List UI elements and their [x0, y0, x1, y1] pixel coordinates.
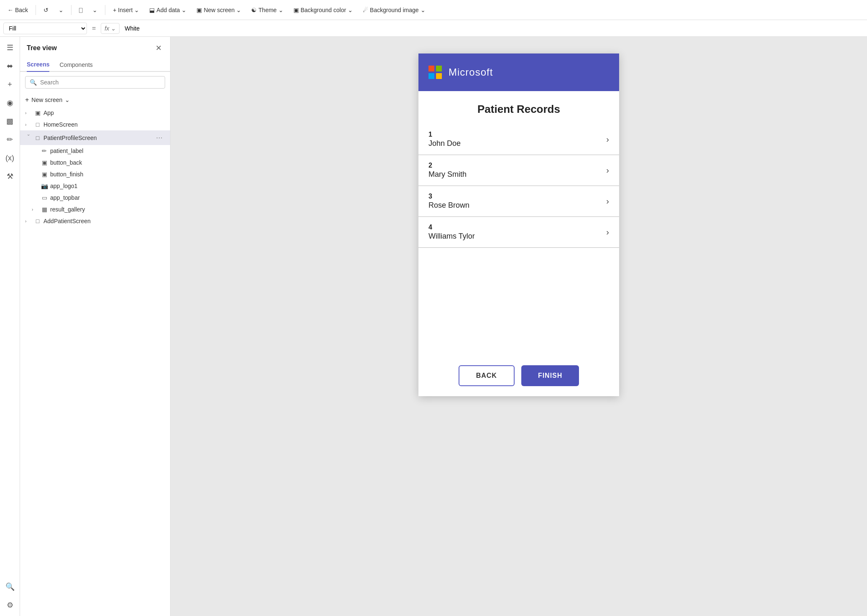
new-screen-tree-button[interactable]: + New screen ⌄ — [20, 93, 170, 107]
result-gallery-label: result_gallery — [50, 206, 165, 213]
patient-chevron-4: › — [606, 227, 609, 237]
patient-item-2[interactable]: 2 Mary Smith › — [418, 155, 619, 186]
layers-button[interactable]: ⬌ — [3, 59, 18, 74]
chevron-down-icon-2: ⌄ — [92, 7, 97, 13]
patient-item-3[interactable]: 3 Rose Brown › — [418, 186, 619, 217]
formula-bar: Fill = fx ⌄ — [0, 20, 867, 37]
patient-item-4[interactable]: 4 Williams Tylor › — [418, 217, 619, 248]
tools-button[interactable]: ⚒ — [3, 169, 18, 184]
hamburger-button[interactable]: ☰ — [3, 40, 18, 55]
homescreen-icon: □ — [33, 121, 42, 128]
tree-title: Tree view — [27, 44, 57, 52]
tree-item-patient-label[interactable]: ✏ patient_label — [20, 145, 170, 157]
add-data-label: Add data — [156, 7, 180, 13]
patientprofile-icon: □ — [33, 135, 42, 141]
search-input[interactable] — [40, 79, 161, 86]
insert-label: Insert — [118, 7, 133, 13]
bg-image-chevron: ⌄ — [421, 7, 426, 13]
finish-app-button[interactable]: FINISH — [521, 365, 579, 386]
layers-icon: ⬌ — [7, 61, 13, 71]
patient-chevron-2: › — [606, 165, 609, 175]
search-button[interactable]: 🔍 — [3, 579, 18, 594]
copy-dropdown[interactable]: ⌄ — [88, 5, 102, 15]
add-data-button[interactable]: ⬓ Add data ⌄ — [145, 5, 191, 15]
search-icon: 🔍 — [5, 582, 15, 591]
property-select[interactable]: Fill — [3, 23, 87, 34]
tree-item-patientprofile[interactable]: › □ PatientProfileScreen ⋯ — [20, 130, 170, 145]
bg-color-icon: ▣ — [293, 7, 299, 13]
formula-input[interactable] — [123, 23, 864, 33]
tools-icon: ⚒ — [7, 172, 13, 181]
hamburger-icon: ☰ — [7, 43, 13, 52]
copy-button[interactable]: ⎕ — [75, 5, 87, 15]
app-label: App — [43, 109, 165, 116]
tree-item-button-finish[interactable]: ▣ button_finish — [20, 168, 170, 180]
patient-number-1: 1 — [428, 131, 606, 138]
more-options-button[interactable]: ⋯ — [153, 133, 165, 143]
new-screen-tree-chevron: ⌄ — [65, 97, 70, 103]
back-icon: ← — [8, 7, 13, 13]
add-button[interactable]: + — [3, 77, 18, 92]
patient-name-4: Williams Tylor — [428, 232, 606, 241]
new-screen-icon: ▣ — [196, 7, 202, 13]
button-finish-label: button_finish — [50, 171, 165, 178]
insert-button[interactable]: + Insert ⌄ — [109, 5, 143, 15]
tree-item-app-logo[interactable]: 📷 app_logo1 — [20, 180, 170, 192]
database-icon: ◉ — [7, 98, 13, 107]
topbar-icon: ▭ — [40, 194, 48, 201]
tree-tabs: Screens Components — [20, 58, 170, 72]
patient-info-4: 4 Williams Tylor — [428, 224, 606, 241]
homescreen-label: HomeScreen — [43, 121, 165, 128]
chevron-down-icon: ⌄ — [59, 7, 64, 13]
button-back-label: button_back — [50, 159, 165, 166]
gear-icon: ⚙ — [7, 601, 13, 610]
fx-selector[interactable]: fx ⌄ — [101, 23, 120, 34]
fx-italic-label: fx — [105, 25, 109, 32]
plus-icon-tree: + — [25, 96, 29, 104]
app-preview: Microsoft Patient Records 1 John Doe › — [418, 53, 619, 396]
search-container: 🔍 — [25, 76, 165, 89]
undo-button[interactable]: ↺ — [39, 5, 53, 15]
icon-bar: ☰ ⬌ + ◉ ▩ ✏ (x) ⚒ 🔍 ⚙ — [0, 37, 20, 616]
tree-item-button-back[interactable]: ▣ button_back — [20, 157, 170, 168]
app-footer: BACK FINISH — [418, 355, 619, 396]
settings-button[interactable]: ⚙ — [3, 598, 18, 613]
button-back-icon: ▣ — [40, 159, 48, 166]
tree-item-result-gallery[interactable]: › ▦ result_gallery — [20, 204, 170, 215]
add-icon: + — [8, 80, 12, 89]
patient-number-4: 4 — [428, 224, 606, 231]
new-screen-button[interactable]: ▣ New screen ⌄ — [192, 5, 245, 15]
back-button[interactable]: ← Back — [3, 5, 32, 15]
button-finish-icon: ▣ — [40, 171, 48, 178]
back-app-button[interactable]: BACK — [459, 365, 515, 386]
tab-components[interactable]: Components — [59, 58, 92, 72]
brush-button[interactable]: ✏ — [3, 132, 18, 147]
patient-name-2: Mary Smith — [428, 170, 606, 179]
new-screen-chevron: ⌄ — [236, 7, 241, 13]
add-data-chevron: ⌄ — [181, 7, 186, 13]
gallery-chevron: › — [32, 207, 38, 212]
patient-item-1[interactable]: 1 John Doe › — [418, 124, 619, 155]
tab-screens[interactable]: Screens — [27, 58, 49, 72]
tree-item-addpatient[interactable]: › □ AddPatientScreen — [20, 215, 170, 227]
addpatient-label: AddPatientScreen — [43, 218, 165, 224]
logo-text: Microsoft — [449, 66, 493, 78]
theme-button[interactable]: ☯ Theme ⌄ — [247, 5, 288, 15]
bg-color-button[interactable]: ▣ Background color ⌄ — [289, 5, 357, 15]
tree-item-app-topbar[interactable]: ▭ app_topbar — [20, 192, 170, 204]
main-layout: ☰ ⬌ + ◉ ▩ ✏ (x) ⚒ 🔍 ⚙ Tr — [0, 37, 867, 616]
image-icon: 📷 — [40, 183, 48, 189]
redo-dropdown[interactable]: ⌄ — [54, 5, 68, 15]
data-button[interactable]: ◉ — [3, 95, 18, 110]
tree-item-app[interactable]: › ▣ App — [20, 107, 170, 119]
plus-icon: + — [113, 7, 116, 13]
bg-image-button[interactable]: ☄ Background image ⌄ — [359, 5, 430, 15]
tree-close-button[interactable]: ✕ — [154, 42, 163, 54]
chart-button[interactable]: ▩ — [3, 114, 18, 129]
bg-image-icon: ☄ — [363, 7, 368, 13]
app-icon: ▣ — [33, 109, 42, 116]
tree-panel: Tree view ✕ Screens Components 🔍 + New s… — [20, 37, 171, 616]
tree-item-homescreen[interactable]: › □ HomeScreen — [20, 119, 170, 130]
variable-button[interactable]: (x) — [3, 150, 18, 165]
app-content: Patient Records 1 John Doe › 2 — [418, 91, 619, 396]
